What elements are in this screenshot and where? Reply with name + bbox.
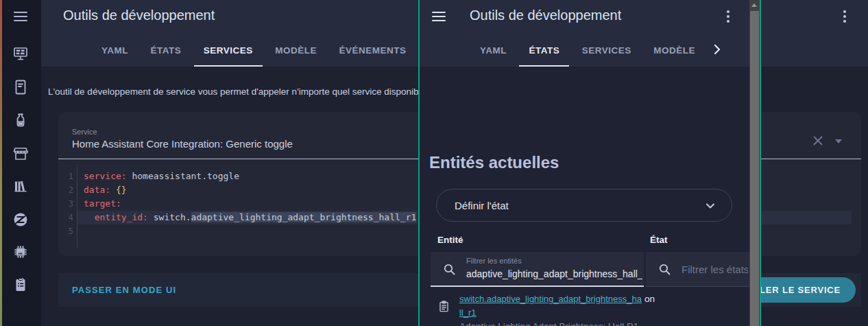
entity-state-value: on	[644, 294, 655, 304]
zigbee2mqtt-icon[interactable]	[12, 211, 29, 228]
tab-services[interactable]: SERVICES	[194, 33, 263, 67]
entity-filter-input[interactable]	[466, 267, 642, 281]
tab-yaml[interactable]: YAML	[92, 33, 138, 67]
clear-icon[interactable]	[812, 135, 824, 147]
tab-yaml[interactable]: YAML	[470, 33, 516, 67]
dialog-header: Outils de développement	[420, 0, 760, 33]
switch-to-ui-mode-button[interactable]: PASSER EN MODE UI	[72, 273, 176, 307]
bookshelf-icon[interactable]	[12, 178, 29, 194]
tab-modele[interactable]: MODÈLE	[644, 33, 705, 67]
copy-icon[interactable]	[437, 300, 450, 313]
vertical-scrollbar-thumb[interactable]	[750, 11, 759, 326]
overflow-menu-icon[interactable]	[720, 8, 736, 25]
dialog-tabs: YAML ÉTATS SERVICES MODÈLE ÉVÉNEMENTS	[420, 33, 760, 67]
entity-filter-field[interactable]: Filtrer les entités	[431, 252, 644, 287]
current-entities-heading: Entités actuelles	[429, 153, 559, 172]
set-state-expander[interactable]: Définir l'état	[436, 189, 732, 222]
app-sidebar	[0, 0, 41, 326]
menu-icon[interactable]	[431, 8, 447, 25]
dialog-title: Outils de développement	[470, 8, 621, 23]
tab-modele[interactable]: MODÈLE	[265, 33, 326, 67]
line-number: 5	[58, 224, 73, 238]
overflow-menu-icon[interactable]	[836, 8, 853, 25]
vertical-scrollbar[interactable]	[749, 0, 760, 326]
monitor-dashboard-icon[interactable]	[12, 45, 29, 62]
states-panel: Entités actuelles Définir l'état Entité …	[420, 67, 749, 326]
line-number: 2	[58, 183, 73, 197]
search-icon	[443, 263, 456, 276]
tab-evenements[interactable]: ÉVÉNEMENTS	[708, 33, 709, 67]
chevron-down-icon	[704, 200, 716, 212]
selected-text: adaptive_lighting_adapt_brightness_hall_…	[191, 212, 417, 222]
tab-etats[interactable]: ÉTATS	[141, 33, 191, 67]
store-icon[interactable]	[12, 145, 29, 162]
search-icon	[658, 263, 671, 276]
entity-id-link[interactable]: switch.adaptive_lighting_adapt_brightnes…	[459, 292, 643, 320]
tabs-scroll-right-icon[interactable]	[710, 43, 724, 56]
vial-icon[interactable]	[12, 112, 29, 128]
tab-etats[interactable]: ÉTATS	[519, 33, 569, 67]
service-picker-value[interactable]: Home Assistant Core Integration: Generic…	[72, 138, 293, 150]
entity-column-header: Entité	[437, 235, 463, 245]
state-filter-input[interactable]	[682, 261, 748, 277]
tablet-notes-icon[interactable]	[12, 79, 29, 95]
tab-services[interactable]: SERVICES	[572, 33, 641, 67]
sidebar-edge-gradient	[0, 0, 2, 326]
scroll-up-icon[interactable]	[749, 0, 760, 10]
states-popup-window: Outils de développement YAML ÉTATS SERVI…	[418, 0, 761, 326]
tab-evenements[interactable]: ÉVÉNEMENTS	[329, 33, 415, 67]
set-state-label: Définir l'état	[455, 200, 509, 211]
menu-icon[interactable]	[12, 8, 29, 25]
state-filter-field[interactable]	[646, 252, 749, 287]
line-number: 3	[58, 197, 73, 211]
chip-icon[interactable]	[12, 244, 29, 260]
line-number: 4	[58, 211, 73, 224]
entity-friendly-name: Adaptive Lighting Adapt Brightness: Hall…	[459, 320, 643, 326]
editor-gutter-divider	[77, 165, 77, 248]
dropdown-caret-icon[interactable]	[835, 139, 842, 143]
line-number: 1	[58, 170, 73, 183]
state-column-header: État	[650, 235, 668, 245]
entity-filter-label: Filtrer les entités	[466, 257, 522, 265]
page-title: Outils de développement	[63, 8, 215, 23]
clipboard-list-icon[interactable]	[12, 277, 29, 293]
service-picker-label: Service	[72, 128, 97, 136]
